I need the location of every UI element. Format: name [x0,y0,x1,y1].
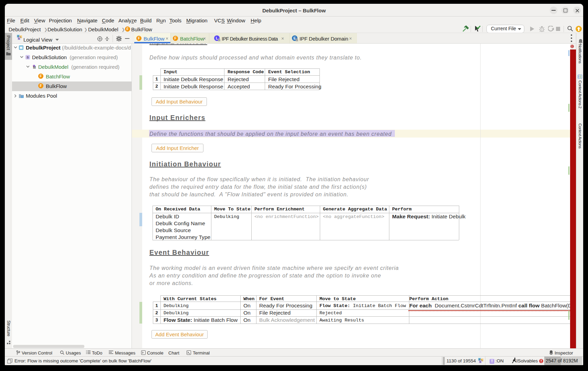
svg-text:D: D [18,35,19,37]
svg-text:M: M [33,66,36,69]
svg-text:S: S [18,37,20,40]
svg-text:D: D [479,358,481,361]
svg-text:S: S [480,361,481,363]
svg-text:S: S [27,56,29,59]
